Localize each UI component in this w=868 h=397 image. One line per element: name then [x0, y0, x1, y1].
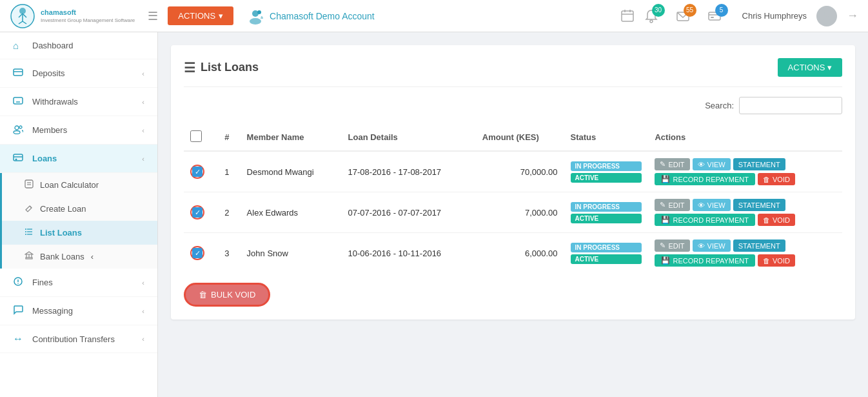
svg-point-48 — [17, 283, 19, 284]
checkbox-check: ✓ — [192, 167, 202, 177]
notifications-button[interactable]: 30 — [644, 9, 658, 23]
col-loan-details: Loan Details — [342, 124, 476, 151]
sidebar-label-contribution-transfers: Contribution Transfers — [32, 334, 115, 344]
bank-icon — [25, 251, 34, 262]
svg-rect-23 — [14, 97, 23, 104]
void-button[interactable]: 🗑 VOID — [758, 214, 795, 226]
svg-rect-18 — [711, 17, 714, 18]
loans-submenu: Loan Calculator Create Loan List Loans B… — [0, 173, 157, 269]
svg-rect-31 — [25, 180, 33, 188]
view-button[interactable]: 👁 VIEW — [693, 199, 731, 211]
status-badge-inprogress: IN PROGRESS — [571, 243, 642, 252]
svg-point-39 — [25, 231, 26, 232]
sidebar-item-dashboard[interactable]: Dashboard — [0, 32, 157, 59]
sidebar-item-contribution-transfers[interactable]: ↔ Contribution Transfers ‹ — [0, 325, 157, 353]
avatar[interactable] — [816, 6, 837, 26]
search-input[interactable] — [739, 97, 842, 114]
void-trash-icon: 🗑 — [763, 257, 770, 265]
sidebar: Dashboard Deposits ‹ Withdrawals ‹ — [0, 32, 158, 397]
sidebar-item-deposits[interactable]: Deposits ‹ — [0, 59, 157, 88]
col-num: # — [218, 124, 240, 151]
fines-icon — [13, 276, 26, 289]
row-member-name: John Snow — [241, 233, 342, 274]
view-button[interactable]: 👁 VIEW — [693, 158, 731, 170]
edit-button[interactable]: ✎ EDIT — [655, 199, 689, 211]
sidebar-item-messaging[interactable]: Messaging ‹ — [0, 297, 157, 325]
messaging-icon — [13, 305, 26, 317]
row-member-name: Desmond Mwangi — [241, 151, 342, 192]
loans-table: # Member Name Loan Details Amount (KES) … — [184, 124, 842, 273]
header-actions-button[interactable]: ACTIONS ▾ — [778, 58, 842, 77]
statement-button[interactable]: STATEMENT — [733, 158, 785, 170]
bulk-void-button[interactable]: 🗑 BULK VOID — [184, 283, 270, 307]
sidebar-item-fines[interactable]: Fines ‹ — [0, 269, 157, 297]
svg-point-8 — [250, 18, 261, 25]
void-button[interactable]: 🗑 VOID — [758, 173, 795, 185]
demo-account-link[interactable]: Chamasoft Demo Account — [246, 7, 375, 25]
col-member-name: Member Name — [241, 124, 342, 151]
row-amount: 7,000.00 — [476, 192, 564, 233]
home-icon — [13, 40, 26, 51]
sidebar-item-list-loans[interactable]: List Loans — [2, 221, 157, 245]
row-number: 1 — [218, 151, 240, 192]
edit-button[interactable]: ✎ EDIT — [655, 158, 689, 170]
svg-point-20 — [822, 19, 831, 24]
col-status: Status — [564, 124, 649, 151]
main-content: ☰ List Loans ACTIONS ▾ Search: — [158, 32, 868, 397]
calendar-icon-button[interactable] — [620, 9, 635, 23]
bank-loans-chevron: ‹ — [91, 252, 94, 261]
edit-icon: ✎ — [660, 160, 666, 168]
hamburger-menu[interactable]: ☰ — [148, 9, 158, 23]
repayment-icon: 💾 — [661, 256, 670, 265]
view-button[interactable]: 👁 VIEW — [693, 239, 731, 252]
sidebar-item-withdrawals[interactable]: Withdrawals ‹ — [0, 88, 157, 116]
select-all-checkbox[interactable] — [190, 130, 202, 142]
search-label: Search: — [705, 101, 734, 110]
void-trash-icon: 🗑 — [763, 176, 770, 183]
logo-icon — [10, 3, 35, 29]
mail-button[interactable]: 55 — [676, 9, 690, 23]
divider — [184, 87, 842, 87]
deposits-chevron: ‹ — [142, 70, 144, 77]
sidebar-item-loan-calculator[interactable]: Loan Calculator — [2, 173, 157, 197]
row-checkbox-circle[interactable]: ✓ — [190, 246, 204, 260]
trash-bulk-icon: 🗑 — [199, 290, 207, 300]
row-loan-details: 10-06-2016 - 10-11-2016 — [342, 233, 476, 274]
record-repayment-button[interactable]: 💾 RECORD REPAYMENT — [655, 173, 755, 185]
fines-chevron: ‹ — [142, 279, 144, 287]
statement-button[interactable]: STATEMENT — [733, 239, 785, 252]
void-button[interactable]: 🗑 VOID — [758, 254, 795, 267]
row-checkbox-circle[interactable]: ✓ — [190, 165, 204, 179]
sidebar-label-loan-calculator: Loan Calculator — [40, 180, 99, 190]
row-checkbox-circle[interactable]: ✓ — [190, 205, 204, 219]
withdrawals-icon — [13, 96, 26, 108]
main-layout: Dashboard Deposits ‹ Withdrawals ‹ — [0, 32, 868, 397]
table-row: ✓3John Snow10-06-2016 - 10-11-20166,000.… — [184, 233, 842, 274]
search-row: Search: — [184, 97, 842, 114]
page-title: ☰ List Loans — [184, 60, 259, 76]
nav-icons-group: 30 55 5 Chris Humphreys → — [620, 6, 858, 26]
svg-line-34 — [30, 206, 32, 208]
topnav-actions-button[interactable]: ACTIONS ▾ — [168, 6, 233, 25]
record-repayment-button[interactable]: 💾 RECORD REPAYMENT — [655, 254, 755, 267]
members-chevron: ‹ — [142, 127, 144, 134]
top-navigation: chamasoft Investment Group Management So… — [0, 0, 868, 32]
sidebar-item-loans[interactable]: Loans ‹ — [0, 145, 157, 173]
sidebar-label-fines: Fines — [32, 278, 53, 287]
logo[interactable]: chamasoft Investment Group Management So… — [10, 3, 135, 29]
transfers-chevron: ‹ — [142, 335, 144, 343]
statement-button[interactable]: STATEMENT — [733, 199, 785, 211]
sidebar-label-dashboard: Dashboard — [32, 41, 74, 50]
card-button[interactable]: 5 — [707, 9, 722, 23]
bulk-void-label: BULK VOID — [211, 290, 255, 300]
eye-icon: 👁 — [698, 161, 705, 168]
logout-icon[interactable]: → — [847, 9, 858, 23]
sidebar-item-bank-loans[interactable]: Bank Loans ‹ — [2, 245, 157, 269]
row-loan-details: 07-07-2016 - 07-07-2017 — [342, 192, 476, 233]
edit-button[interactable]: ✎ EDIT — [655, 239, 689, 252]
eye-icon: 👁 — [698, 201, 705, 209]
row-number: 3 — [218, 233, 240, 274]
sidebar-item-create-loan[interactable]: Create Loan — [2, 197, 157, 221]
sidebar-item-members[interactable]: Members ‹ — [0, 116, 157, 145]
record-repayment-button[interactable]: 💾 RECORD REPAYMENT — [655, 214, 755, 226]
